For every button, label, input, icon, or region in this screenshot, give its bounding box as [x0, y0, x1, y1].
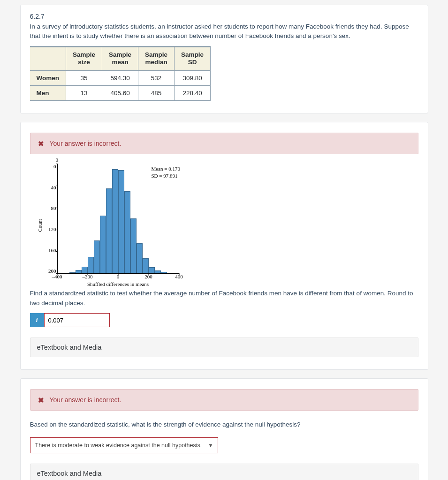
histogram-bar — [130, 218, 137, 273]
feedback-banner: ✖ Your answer is incorrect. — [30, 389, 418, 411]
cell: 532 — [138, 71, 175, 86]
etextbook-button[interactable]: eTextbook and Media — [30, 464, 418, 480]
histogram-bar — [149, 267, 155, 273]
histogram-bar — [137, 243, 143, 273]
feedback-text: Your answer is incorrect. — [50, 396, 121, 404]
histogram-bar — [82, 267, 88, 273]
table-row: Men 13 405.60 485 228.40 — [30, 86, 211, 101]
dropdown-selected: There is moderate to weak evidence again… — [35, 442, 202, 449]
row-label: Women — [30, 71, 66, 86]
histogram-bar — [161, 272, 167, 274]
table-header: SampleSD — [175, 46, 211, 71]
histogram-bar — [69, 272, 76, 273]
histogram-bar — [94, 240, 100, 273]
cell: 309.80 — [175, 71, 211, 86]
row-label: Men — [30, 86, 66, 101]
question-number: 6.2.7 — [30, 13, 418, 20]
hint-button[interactable]: i — [30, 313, 44, 327]
x-axis-label: Shuffled differences in means — [57, 281, 179, 287]
plot-area: 0 Mean = 0.170 SD = 97.891 — [57, 164, 179, 274]
question-text: In a survey of introductory statistics s… — [30, 22, 418, 41]
histogram-bar — [106, 188, 112, 273]
cell: 13 — [66, 86, 102, 101]
feedback-banner: ✖ Your answer is incorrect. — [30, 133, 418, 154]
histogram-bar — [76, 270, 82, 273]
table-header: Samplemean — [102, 46, 138, 71]
cell: 594.30 — [102, 71, 138, 86]
answer-input[interactable] — [44, 313, 110, 327]
feedback-text: Your answer is incorrect. — [50, 140, 121, 147]
y-axis-label: Count — [37, 219, 43, 232]
histogram-bar — [100, 216, 106, 273]
table-row: Women 35 594.30 532 309.80 — [30, 71, 211, 86]
histogram-chart: Count 0 40 80 120 160 200 0 Mean = 0.170… — [42, 164, 188, 287]
histogram-bar — [124, 191, 130, 274]
part-prompt: Based on the standardized statistic, wha… — [30, 420, 418, 430]
cell: 228.40 — [175, 86, 211, 101]
table-header — [30, 46, 66, 71]
histogram-bar — [112, 169, 118, 273]
origin-label: 0 — [56, 157, 59, 163]
question-card: 6.2.7 In a survey of introductory statis… — [20, 5, 428, 113]
part-card: ✖ Your answer is incorrect. Count 0 40 8… — [20, 122, 428, 370]
table-header: Samplesize — [66, 46, 102, 71]
histogram-bar — [118, 170, 124, 273]
cell: 485 — [138, 86, 175, 101]
cell: 405.60 — [102, 86, 138, 101]
summary-table: Samplesize Samplemean Samplemedian Sampl… — [30, 46, 211, 101]
histogram-bar — [143, 258, 149, 274]
histogram-bar — [155, 270, 161, 273]
evidence-dropdown[interactable]: There is moderate to weak evidence again… — [30, 437, 219, 453]
chevron-down-icon: ▼ — [208, 442, 213, 448]
part-card: ✖ Your answer is incorrect. Based on the… — [20, 378, 428, 480]
incorrect-icon: ✖ — [38, 140, 44, 147]
part-prompt: Find a standardized statistic to test wh… — [30, 289, 418, 308]
y-ticks: 0 40 80 120 160 200 — [42, 164, 57, 274]
histogram-bar — [88, 257, 94, 273]
cell: 35 — [66, 71, 102, 86]
x-ticks: –400–2000200400 — [57, 274, 179, 280]
incorrect-icon: ✖ — [38, 397, 44, 404]
etextbook-button[interactable]: eTextbook and Media — [30, 338, 418, 357]
table-header: Samplemedian — [138, 46, 175, 71]
